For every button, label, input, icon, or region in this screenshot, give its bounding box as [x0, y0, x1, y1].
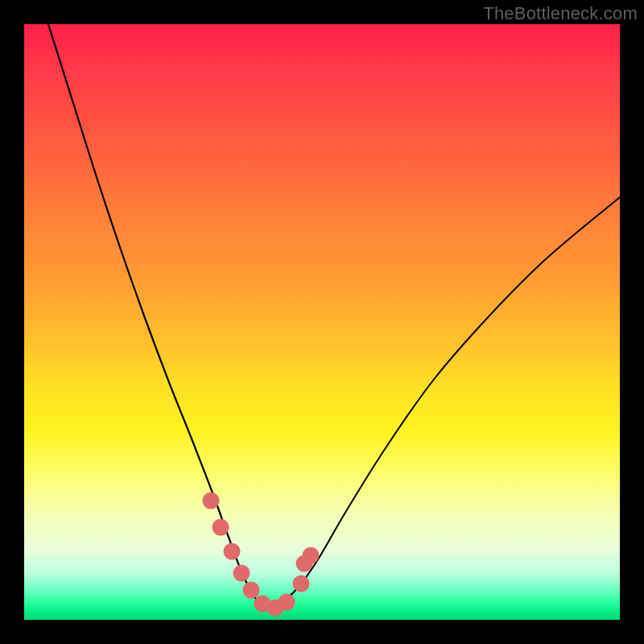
curve-left-branch: [48, 24, 266, 608]
highlighted-marker: [213, 519, 229, 536]
plot-area: [24, 24, 620, 620]
curve-svg: [24, 24, 620, 620]
watermark-text: TheBottleneck.com: [483, 3, 638, 24]
curve-right-branch: [266, 197, 620, 608]
highlighted-marker: [203, 493, 220, 510]
chart-outer-frame: TheBottleneck.com: [0, 0, 644, 644]
highlighted-marker: [303, 547, 320, 564]
highlighted-marker: [233, 565, 250, 582]
highlighted-marker: [224, 543, 241, 560]
highlighted-marker: [293, 576, 310, 592]
highlighted-marker: [243, 582, 260, 599]
highlighted-marker: [279, 594, 295, 611]
